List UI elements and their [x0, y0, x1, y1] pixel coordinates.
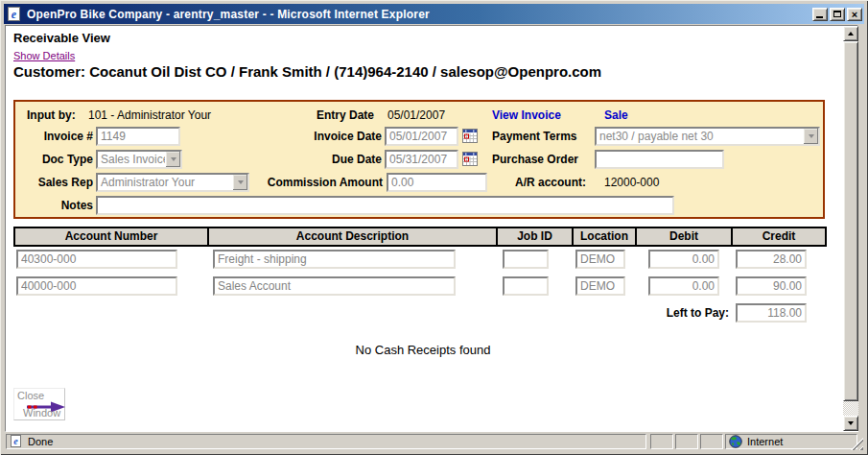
debit-input-row1[interactable] — [648, 250, 719, 269]
left-to-pay-input[interactable] — [736, 303, 807, 323]
maximize-icon — [833, 11, 841, 17]
account-number-input-row1[interactable] — [16, 250, 177, 269]
left-to-pay-label: Left to Pay: — [575, 306, 729, 320]
close-icon: × — [852, 10, 857, 19]
titlebar: e OpenPro Bike Company - arentry_master … — [4, 4, 864, 24]
payment-terms-dropdown-button[interactable] — [803, 129, 818, 144]
purchase-order-label: Purchase Order — [492, 153, 578, 166]
doc-type-select[interactable]: Sales Invoice — [96, 150, 182, 169]
invoice-date-input[interactable] — [385, 127, 458, 146]
arrow-down-icon — [848, 421, 854, 425]
header-job-id: Job ID — [496, 227, 574, 247]
show-details-link[interactable]: Show Details — [13, 50, 75, 61]
due-date-calendar-icon[interactable] — [462, 152, 478, 166]
svg-text:e: e — [13, 436, 18, 446]
account-description-input-row2[interactable] — [213, 276, 456, 296]
close-window-control-button[interactable]: × — [847, 8, 862, 21]
sale-link[interactable]: Sale — [604, 108, 628, 122]
entry-date-label: Entry Date — [317, 108, 374, 122]
vertical-scrollbar[interactable] — [843, 26, 858, 431]
debit-input-row2[interactable] — [648, 276, 719, 296]
due-date-input[interactable] — [385, 150, 458, 169]
invoice-form: Input by: 101 - Administrator Your Entry… — [13, 100, 825, 219]
payment-terms-select[interactable]: net30 / payable net 30 — [595, 127, 820, 146]
chevron-down-icon — [238, 180, 244, 184]
header-account-description: Account Description — [207, 227, 498, 247]
header-account-number: Account Number — [13, 227, 209, 247]
sales-rep-select[interactable]: Administrator Your — [96, 173, 249, 192]
invoice-number-label: Invoice # — [19, 130, 93, 143]
ar-account-label: A/R account: — [515, 176, 586, 189]
invoice-number-input[interactable] — [96, 127, 180, 146]
ar-account-value: 12000-000 — [604, 176, 659, 189]
doc-type-label: Doc Type — [19, 153, 93, 166]
input-by-value: 101 - Administrator Your — [88, 108, 211, 122]
sales-rep-label: Sales Rep — [19, 176, 93, 189]
scrollbar-thumb[interactable] — [843, 41, 858, 401]
purchase-order-input[interactable] — [595, 150, 724, 169]
security-zone-panel: Internet — [725, 434, 857, 449]
doc-type-dropdown-button[interactable] — [165, 152, 180, 167]
commission-amount-label: Commission Amount — [251, 176, 383, 189]
payment-terms-value: net30 / payable net 30 — [597, 130, 803, 143]
close-window-line2: Window — [23, 407, 60, 419]
zone-text: Internet — [747, 436, 783, 447]
header-location: Location — [572, 227, 637, 247]
window-controls: × — [810, 8, 862, 21]
location-input-row2[interactable] — [575, 276, 625, 296]
globe-icon — [729, 435, 742, 448]
chevron-down-icon — [171, 157, 176, 161]
entry-date-value: 05/01/2007 — [387, 108, 445, 122]
notes-label: Notes — [19, 199, 93, 212]
commission-amount-input[interactable] — [387, 173, 487, 192]
statusbar: e Done Internet — [4, 432, 864, 451]
no-cash-receipts-message: No Cash Receipts found — [6, 343, 840, 357]
input-by-label: Input by: — [27, 108, 76, 122]
internet-explorer-icon: e — [7, 7, 22, 22]
page-title: Receivable View — [13, 31, 110, 45]
minimize-icon — [816, 16, 823, 18]
scroll-down-button[interactable] — [843, 416, 858, 431]
minimize-button[interactable] — [812, 8, 828, 21]
invoice-date-label: Invoice Date — [288, 130, 382, 143]
credit-input-row1[interactable] — [736, 250, 807, 269]
payment-terms-label: Payment Terms — [492, 130, 576, 143]
customer-line: Customer: Cocanut Oil Dist CO / Frank Sm… — [13, 63, 601, 80]
header-debit: Debit — [635, 227, 733, 247]
status-text: Done — [28, 436, 53, 447]
statusbar-spacer-panel-3 — [700, 434, 723, 449]
svg-text:e: e — [12, 7, 17, 20]
view-invoice-link[interactable]: View Invoice — [492, 108, 561, 122]
page-status-icon: e — [10, 435, 23, 448]
chevron-down-icon — [809, 134, 814, 138]
invoice-date-calendar-icon[interactable] — [462, 129, 478, 143]
arrow-up-icon — [848, 32, 854, 36]
notes-input[interactable] — [96, 196, 674, 215]
account-description-input-row1[interactable] — [213, 250, 456, 269]
header-credit: Credit — [731, 227, 827, 247]
window-title: OpenPro Bike Company - arentry_master - … — [27, 8, 810, 21]
sales-rep-dropdown-button[interactable] — [232, 175, 247, 190]
doc-type-value: Sales Invoice — [98, 153, 165, 166]
status-panel: e Done — [6, 434, 646, 449]
statusbar-spacer-panel-2 — [675, 434, 698, 449]
location-input-row1[interactable] — [575, 250, 625, 269]
account-number-input-row2[interactable] — [16, 276, 177, 296]
browser-window: e OpenPro Bike Company - arentry_master … — [0, 0, 868, 455]
maximize-button[interactable] — [830, 8, 845, 21]
scroll-up-button[interactable] — [843, 26, 858, 41]
job-id-input-row1[interactable] — [503, 250, 549, 269]
statusbar-spacer-panel-1 — [650, 434, 673, 449]
close-window-button[interactable]: Close Window — [13, 388, 65, 420]
credit-input-row2[interactable] — [736, 276, 807, 296]
due-date-label: Due Date — [288, 153, 382, 166]
sales-rep-value: Administrator Your — [98, 176, 232, 189]
job-id-input-row2[interactable] — [503, 276, 549, 296]
